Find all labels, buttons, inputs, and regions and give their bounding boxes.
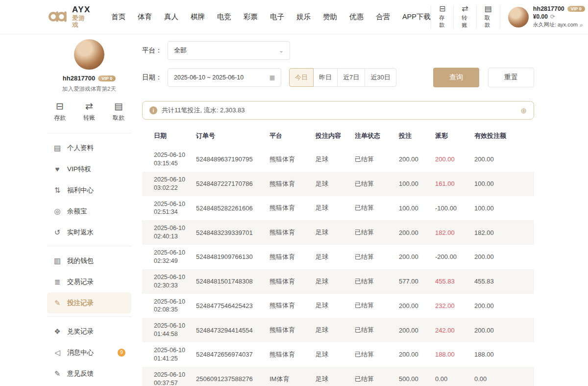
sidebar-item-VIP特权[interactable]: ♥VIP特权: [47, 158, 131, 180]
summary-bar: i 共计11笔投注, 流水: 2,303.83 ⊕: [142, 101, 534, 120]
sidebar-item-交易记录[interactable]: ≣交易记录: [47, 271, 131, 292]
range-button-今日[interactable]: 今日: [289, 68, 314, 87]
nav-item[interactable]: 赞助: [323, 12, 337, 22]
cell-order: 5248477546425423: [192, 294, 266, 318]
cell-date: 2025-06-1002:51:34: [142, 196, 192, 221]
refresh-balance-icon[interactable]: ⟳: [550, 13, 555, 20]
balance: ¥0.00: [533, 13, 548, 20]
user-avatar[interactable]: [508, 7, 529, 27]
cell-payout: 182.00: [431, 220, 470, 245]
sidebar-action-存款[interactable]: ⊟存款: [54, 102, 66, 122]
nav-item[interactable]: 体育: [138, 12, 152, 22]
sidebar-item-福利中心[interactable]: ⇅福利中心: [47, 180, 131, 201]
reset-button[interactable]: 重置: [488, 68, 534, 87]
cell-date-day: 2025-06-10: [154, 346, 188, 355]
nav-item[interactable]: 优惠: [349, 12, 364, 22]
sidebar-item-label: 实时返水: [67, 228, 94, 237]
range-button-昨日[interactable]: 昨日: [313, 68, 338, 87]
nav-item[interactable]: 电子: [270, 12, 284, 22]
sidebar-item-我的钱包[interactable]: ▥我的钱包: [47, 250, 131, 271]
cell-date: 2025-06-1001:41:25: [142, 342, 192, 367]
sidebar-avatar[interactable]: [74, 39, 104, 70]
cell-order: 5248489637190795: [192, 147, 266, 172]
range-button-近7日[interactable]: 近7日: [337, 68, 365, 87]
date-range-input[interactable]: 2025-06-10 ~ 2025-06-10 ▦: [168, 68, 281, 87]
header-action-取款[interactable]: ▤取款: [476, 5, 500, 29]
platform-filter-label: 平台：: [142, 46, 168, 55]
sidebar-item-个人资料[interactable]: ▤个人资料: [47, 137, 131, 158]
cell-date-time: 03:15:45: [154, 159, 188, 168]
cell-date-time: 02:30:33: [154, 282, 188, 290]
header-action-存款[interactable]: ⊟存款: [431, 5, 453, 29]
deposit-icon: ⊟: [56, 102, 64, 111]
nav-item[interactable]: 合营: [376, 12, 390, 22]
cell-platform: 熊猫体育: [266, 196, 312, 221]
joined-days-text: 加入爱游戏体育第2天: [47, 85, 131, 93]
nav-item[interactable]: 彩票: [244, 12, 258, 22]
cell-status: 已结算: [351, 147, 395, 172]
cell-status: 已结算: [351, 342, 395, 367]
cell-status: 已结算: [351, 269, 395, 294]
cell-content: 足球: [312, 342, 351, 367]
quick-range-group: 今日昨日近7日近30日: [289, 68, 396, 87]
summary-text: 共计11笔投注, 流水: 2,303.83: [162, 106, 245, 115]
table-row: 2025-06-1002:08:355248477546425423熊猫体育足球…: [142, 294, 534, 318]
cell-payout: 188.00: [431, 342, 470, 367]
column-header: 有效投注额: [470, 125, 534, 147]
cell-bet: 200.00: [395, 147, 431, 172]
header-action-label: 存款: [439, 14, 445, 29]
table-row: 2025-06-1002:40:135248483239339701熊猫体育足球…: [142, 220, 534, 245]
platform-select[interactable]: 全部 ⌄: [168, 41, 290, 60]
cell-date: 2025-06-1003:15:45: [142, 147, 192, 172]
table-header-row: 日期订单号平台投注内容注单状态投注派彩有效投注额: [142, 125, 534, 147]
cell-date-time: 00:37:57: [154, 379, 188, 386]
sidebar-item-兑奖记录[interactable]: ❖兑奖记录: [47, 321, 131, 342]
cell-date-day: 2025-06-10: [154, 224, 188, 232]
sidebar-quick-actions: ⊟存款⇄转账▤取款: [47, 93, 131, 130]
withdraw-icon: ▤: [114, 102, 123, 111]
cell-valid: 182.00: [470, 220, 534, 245]
sidebar-action-label: 转账: [83, 114, 95, 122]
cell-content: 足球: [312, 294, 351, 318]
sidebar-action-取款[interactable]: ▤取款: [113, 102, 124, 122]
cell-platform: 熊猫体育: [266, 294, 312, 318]
cell-platform: 熊猫体育: [266, 342, 312, 367]
header-action-转账[interactable]: ⇄转账: [453, 5, 476, 29]
column-header: 注单状态: [351, 125, 395, 147]
nav-item[interactable]: 首页: [111, 12, 125, 22]
expand-icon[interactable]: ⊕: [520, 107, 527, 114]
sidebar-item-意见反馈[interactable]: ✎意见反馈: [47, 363, 131, 384]
vip-icon: ♥: [53, 165, 62, 173]
sidebar-item-实时返水[interactable]: ↺实时返水: [47, 222, 131, 243]
range-button-近30日[interactable]: 近30日: [365, 68, 396, 87]
welfare-icon: ⇅: [53, 186, 62, 194]
nav-item[interactable]: 娱乐: [296, 12, 311, 22]
search-button[interactable]: 查询: [433, 68, 479, 87]
nav-item[interactable]: 真人: [164, 12, 178, 22]
cell-content: 足球: [312, 245, 351, 269]
transfer-icon: ⇄: [85, 102, 93, 111]
sidebar-action-转账[interactable]: ⇄转账: [83, 102, 95, 122]
messages-icon: ◁: [53, 349, 62, 356]
search-icon[interactable]: ⌕: [580, 22, 583, 28]
cell-status: 已结算: [351, 196, 395, 221]
table-row: 2025-06-1002:30:335248481501748308熊猫体育足球…: [142, 269, 534, 294]
cell-platform: 熊猫体育: [266, 147, 312, 172]
sidebar-item-label: 消息中心: [67, 348, 94, 357]
sidebar-item-投注记录[interactable]: ✎投注记录: [47, 292, 131, 313]
cell-order: 5248481909766130: [192, 245, 266, 269]
table-row: 2025-06-1001:41:255248472656974037熊猫体育足球…: [142, 342, 534, 367]
cell-date-day: 2025-06-10: [154, 371, 188, 379]
nav-item[interactable]: APP下载: [402, 12, 431, 22]
sidebar-item-消息中心[interactable]: ◁消息中心9: [47, 342, 131, 363]
nav-item[interactable]: 电竞: [217, 12, 231, 22]
table-row: 2025-06-1000:37:572506091237588276IM体育足球…: [142, 367, 534, 386]
logo[interactable]: AYX 爱游戏: [48, 5, 91, 28]
main-nav: 首页体育真人棋牌电竞彩票电子娱乐赞助优惠合营APP下载: [111, 12, 431, 22]
sidebar-item-label: 兑奖记录: [67, 327, 94, 336]
nav-item[interactable]: 棋牌: [191, 12, 205, 22]
sidebar-item-余额宝[interactable]: ◎余额宝: [47, 201, 131, 222]
cell-valid: 200.00: [470, 318, 534, 342]
cell-content: 足球: [312, 147, 351, 172]
cell-bet: 200.00: [395, 342, 431, 367]
